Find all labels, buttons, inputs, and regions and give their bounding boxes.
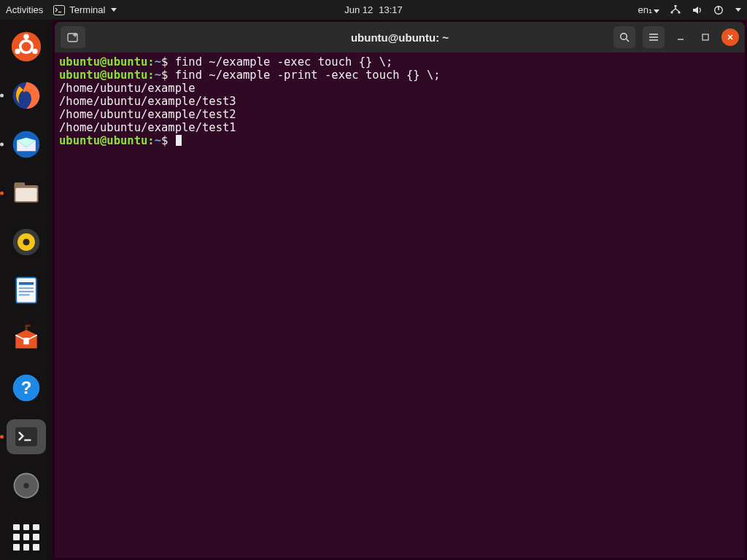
dock-item-ubuntu-software[interactable] [7,322,46,357]
svg-rect-25 [23,338,28,344]
app-menu[interactable]: Terminal [53,4,117,15]
terminal-output-area[interactable]: ubuntu@ubuntu:~$ find ~/example -exec to… [55,52,745,558]
svg-rect-24 [19,295,30,296]
svg-rect-21 [19,282,34,285]
minimize-icon [676,33,685,42]
new-tab-button[interactable] [61,26,85,48]
search-icon [619,31,630,43]
firefox-icon [10,79,42,112]
window-titlebar[interactable]: ubuntu@ubuntu: ~ [55,22,745,52]
dock-item-rhythmbox[interactable] [7,224,46,260]
maximize-icon [701,33,710,42]
apps-grid-icon [13,524,39,551]
writer-icon [10,274,42,306]
new-tab-icon [66,31,80,43]
window-title: ubuntu@ubuntu: ~ [351,31,449,44]
hamburger-menu-button[interactable] [643,26,665,48]
svg-point-4 [678,11,680,13]
close-button[interactable] [721,28,739,46]
volume-icon[interactable] [692,5,703,15]
svg-rect-23 [19,291,34,292]
power-icon[interactable] [713,5,724,15]
dock-item-terminal[interactable] [7,419,46,455]
terminal-small-icon [53,5,65,15]
files-icon [10,177,42,209]
clock-time: 13:17 [379,4,403,15]
network-icon[interactable] [670,5,681,15]
activities-button[interactable]: Activities [6,4,43,15]
svg-point-10 [15,49,20,54]
dock-item-ubuntu[interactable] [7,29,46,65]
svg-line-37 [627,39,630,42]
svg-point-11 [32,49,37,54]
chevron-down-icon [111,8,117,12]
chevron-down-icon [735,8,741,12]
dock-item-libreoffice-writer[interactable] [7,273,46,308]
dock-item-files[interactable] [7,175,46,211]
close-icon [726,33,735,42]
svg-rect-20 [16,278,36,303]
svg-rect-0 [54,5,65,15]
svg-rect-16 [15,188,36,201]
help-icon: ? [10,372,42,404]
maximize-button[interactable] [697,28,714,46]
dock-item-disks[interactable] [7,467,46,503]
search-button[interactable] [614,26,635,48]
clock[interactable]: Jun 12 13:17 [344,4,403,15]
minimize-button[interactable] [672,28,689,46]
svg-point-3 [670,11,673,13]
app-menu-label: Terminal [69,4,105,15]
disk-icon [10,470,42,502]
terminal-window: ubuntu@ubuntu: ~ ubuntu@ubuntu:~$ find ~… [55,22,745,558]
svg-point-2 [674,5,676,7]
svg-point-9 [23,34,28,39]
software-icon [10,323,42,355]
svg-text:?: ? [21,378,32,397]
clock-date: Jun 12 [344,4,373,15]
thunderbird-icon [10,128,42,160]
svg-point-32 [23,483,28,488]
chevron-down-icon [654,9,659,13]
svg-rect-42 [703,34,708,40]
dock-item-firefox[interactable] [7,78,46,114]
input-source-indicator[interactable]: en₁ [638,4,659,15]
dock-item-help[interactable]: ? [7,370,46,406]
svg-point-19 [23,238,29,245]
speaker-icon [10,226,42,258]
svg-rect-22 [19,288,34,289]
svg-rect-15 [15,182,26,187]
dock-item-thunderbird[interactable] [7,127,46,163]
svg-point-36 [621,34,627,40]
dock: ? [0,20,53,560]
show-applications-button[interactable] [7,519,46,555]
svg-rect-28 [15,427,37,447]
ubuntu-logo-icon [10,31,42,63]
terminal-icon [10,421,42,453]
gnome-top-bar: Activities Terminal Jun 12 13:17 en₁ [0,0,747,20]
hamburger-icon [648,32,659,42]
